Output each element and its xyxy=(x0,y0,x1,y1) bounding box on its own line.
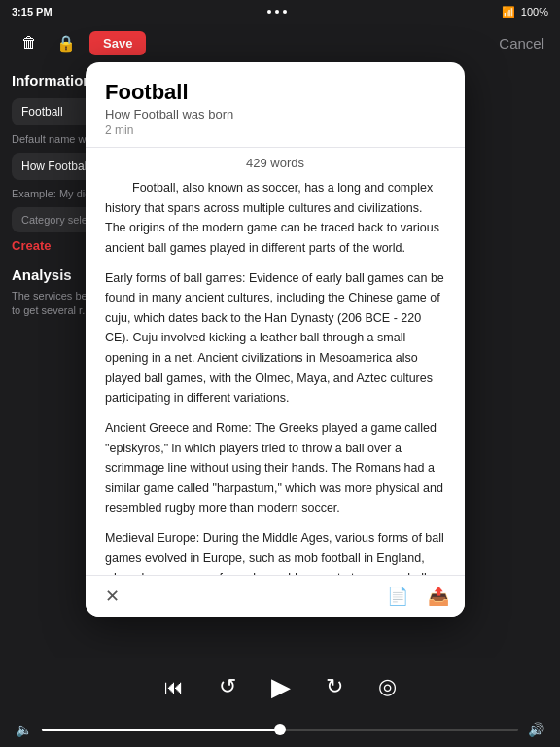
bottom-controls: ⏮ ↺ ▶ ↻ ◎ xyxy=(0,658,560,716)
body-paragraph-3: Ancient Greece and Rome: The Greeks play… xyxy=(105,418,445,518)
status-right: 📶 100% xyxy=(502,6,548,18)
volume-low-icon: 🔈 xyxy=(16,722,32,737)
doc-icon[interactable]: 📄 xyxy=(387,586,408,607)
status-bar: 3:15 PM 📶 100% xyxy=(0,0,560,23)
body-paragraph-2: Early forms of ball games: Evidence of e… xyxy=(105,268,445,409)
dot-1 xyxy=(267,10,271,14)
battery-text: 100% xyxy=(521,6,548,18)
modal-meta: 2 min xyxy=(105,124,445,137)
forward-button[interactable]: ↻ xyxy=(326,674,343,699)
skip-back-button[interactable]: ⏮ xyxy=(164,676,184,698)
trash-icon[interactable]: 🗑 xyxy=(16,29,43,56)
volume-high-icon: 🔊 xyxy=(528,722,544,737)
modal-close-button[interactable]: ✕ xyxy=(101,586,123,607)
skip-back-icon: ⏮ xyxy=(164,676,184,698)
settings-icon: ◎ xyxy=(378,674,397,699)
save-button[interactable]: Save xyxy=(89,31,146,55)
progress-bar-container: 🔈 🔊 xyxy=(16,722,544,737)
progress-thumb xyxy=(274,724,286,735)
settings-button[interactable]: ◎ xyxy=(378,674,397,699)
modal-title: Football xyxy=(105,80,445,105)
body-paragraph-1: Football, also known as soccer, has a lo… xyxy=(105,178,445,259)
forward-icon: ↻ xyxy=(326,674,343,699)
top-toolbar: 🗑 🔒 Save Cancel xyxy=(0,23,560,62)
status-center-dots xyxy=(267,10,287,14)
status-time: 3:15 PM xyxy=(12,6,52,18)
rewind-button[interactable]: ↺ xyxy=(219,674,236,699)
wifi-icon: 📶 xyxy=(502,6,515,18)
dot-2 xyxy=(275,10,279,14)
modal-word-count: 429 words xyxy=(86,148,465,174)
modal-header: Football How Football was born 2 min xyxy=(86,62,465,148)
modal-body[interactable]: Football, also known as soccer, has a lo… xyxy=(86,174,465,575)
body-paragraph-4: Medieval Europe: During the Middle Ages,… xyxy=(105,528,445,575)
play-icon: ▶ xyxy=(271,672,291,702)
progress-fill xyxy=(42,729,280,731)
play-button[interactable]: ▶ xyxy=(271,672,291,702)
modal-card: Football How Football was born 2 min 429… xyxy=(86,62,465,617)
rewind-icon: ↺ xyxy=(219,674,236,699)
share-icon[interactable]: 📤 xyxy=(428,586,449,607)
lock-icon[interactable]: 🔒 xyxy=(52,29,80,56)
cancel-button[interactable]: Cancel xyxy=(499,35,544,52)
progress-track[interactable] xyxy=(42,729,518,731)
dot-3 xyxy=(283,10,287,14)
modal-subtitle: How Football was born xyxy=(105,107,445,122)
main-area: Information Default name will be 57... E… xyxy=(0,62,560,658)
modal-footer: ✕ 📄 📤 xyxy=(86,575,465,617)
modal-action-icons: 📄 📤 xyxy=(387,586,449,607)
toolbar-left: 🗑 🔒 Save xyxy=(16,29,146,56)
